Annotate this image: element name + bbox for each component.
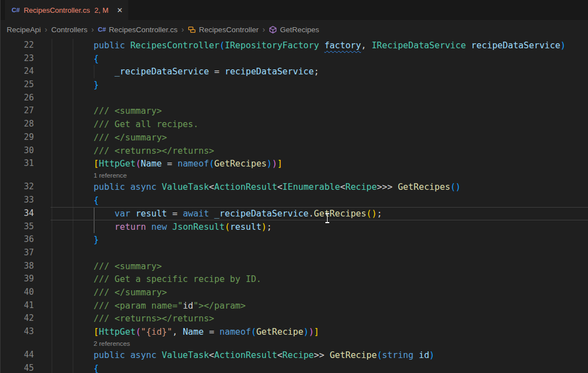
line-number[interactable]: 36 [1, 233, 34, 246]
code-line[interactable]: 43 [HttpGet("{id}", Name = nameof(GetRec… [1, 325, 588, 339]
chevron-right-icon: › [263, 25, 265, 34]
line-number[interactable]: 29 [1, 131, 34, 144]
code-text: /// </summary> [52, 131, 167, 144]
code-line[interactable]: 34 var result = await _recipeDataService… [1, 207, 588, 220]
code-text: public async ValueTask<ActionResult<IEnu… [52, 180, 461, 194]
class-symbol-icon [188, 26, 196, 34]
line-number[interactable]: 40 [1, 286, 34, 299]
code-text: /// <summary> [52, 260, 162, 273]
chevron-right-icon: › [182, 25, 184, 34]
codelens-reference[interactable]: 2 references [1, 339, 588, 349]
line-number[interactable]: 26 [1, 92, 34, 105]
line-number[interactable]: 42 [1, 312, 34, 325]
code-line[interactable]: 22 public RecipesController(IRepositoryF… [1, 39, 588, 52]
breadcrumb-label: RecipeApi [7, 26, 41, 34]
code-text: /// <param name="id"></param> [52, 299, 245, 312]
code-text: /// Get all recipes. [52, 118, 198, 131]
line-number[interactable]: 44 [1, 349, 34, 362]
line-number[interactable]: 28 [1, 118, 34, 131]
line-number[interactable]: 37 [1, 246, 34, 260]
line-number[interactable]: 27 [1, 104, 34, 118]
code-editor[interactable]: 22 public RecipesController(IRepositoryF… [1, 39, 588, 373]
code-line[interactable]: 38 /// <summary> [1, 260, 588, 273]
line-number[interactable]: 32 [1, 180, 34, 194]
tab-recipescontroller[interactable]: C# RecipesController.cs 2, M ✕ [5, 0, 128, 20]
line-number[interactable]: 22 [1, 39, 34, 52]
codelens-reference[interactable]: 1 reference [1, 170, 588, 181]
code-text: /// <summary> [52, 104, 162, 118]
code-line[interactable]: 35 return new JsonResult(result); [1, 220, 588, 234]
code-text: [HttpGet("{id}", Name = nameof(GetRecipe… [52, 325, 319, 339]
code-line[interactable]: 45 { [1, 362, 588, 373]
line-number[interactable]: 34 [1, 207, 34, 220]
breadcrumb-label: GetRecipes [280, 26, 319, 34]
breadcrumb-item-getrecipes[interactable]: GetRecipes [269, 26, 319, 34]
code-text: /// </summary> [52, 286, 167, 299]
code-text: { [52, 362, 99, 373]
code-line[interactable]: 36 } [1, 233, 588, 246]
code-line[interactable]: 29 /// </summary> [1, 131, 588, 144]
csharp-file-icon: C# [12, 6, 20, 14]
code-text: { [52, 194, 99, 207]
code-line[interactable]: 37 [1, 246, 588, 260]
csharp-file-icon: C# [98, 25, 106, 34]
code-line[interactable]: 41 /// <param name="id"></param> [1, 299, 588, 312]
line-number[interactable]: 43 [1, 325, 34, 339]
method-symbol-icon [269, 26, 277, 34]
code-line[interactable]: 26 [1, 92, 588, 105]
code-text: /// Get a specific recipe by ID. [52, 273, 262, 286]
breadcrumb: RecipeApi›Controllers›C#RecipesControlle… [1, 20, 588, 39]
chevron-right-icon: › [45, 25, 48, 34]
code-text: { [52, 52, 99, 65]
code-line[interactable]: 28 /// Get all recipes. [1, 118, 588, 131]
line-number[interactable]: 30 [1, 144, 34, 158]
code-text: public RecipesController(IRepositoryFact… [52, 39, 566, 52]
code-text: var result = await _recipeDataService.Ge… [52, 207, 382, 220]
line-number[interactable]: 31 [1, 157, 34, 170]
breadcrumb-item-recipescontroller[interactable]: RecipesController [188, 26, 258, 34]
code-line[interactable]: 30 /// <returns></returns> [1, 144, 588, 158]
code-text: } [52, 233, 99, 246]
code-line[interactable]: 31 [HttpGet(Name = nameof(GetRecipes))] [1, 157, 588, 170]
line-number[interactable]: 35 [1, 220, 34, 234]
code-line[interactable]: 27 /// <summary> [1, 104, 588, 118]
code-line[interactable]: 25 } [1, 78, 588, 92]
line-number[interactable]: 45 [1, 362, 34, 373]
code-line[interactable]: 39 /// Get a specific recipe by ID. [1, 273, 588, 286]
line-number[interactable]: 38 [1, 260, 34, 273]
line-number[interactable]: 33 [1, 194, 34, 207]
line-number[interactable]: 23 [1, 52, 34, 65]
code-text: } [52, 78, 99, 92]
vscode-window: C# RecipesController.cs 2, M ✕ RecipeApi… [0, 0, 588, 373]
tab-label: RecipesController.cs [24, 6, 90, 14]
chevron-right-icon: › [92, 25, 94, 34]
line-number[interactable]: 41 [1, 299, 34, 312]
code-text: /// <returns></returns> [52, 144, 214, 158]
breadcrumb-label: RecipesController [199, 26, 258, 34]
code-line[interactable]: 23 { [1, 52, 588, 65]
code-line[interactable]: 42 /// <returns></returns> [1, 312, 588, 325]
code-line[interactable]: 33 { [1, 194, 588, 207]
code-text: public async ValueTask<ActionResult<Reci… [52, 349, 435, 362]
code-line[interactable]: 32 public async ValueTask<ActionResult<I… [1, 180, 588, 194]
code-text: return new JsonResult(result); [52, 220, 272, 234]
breadcrumb-item-recipeapi[interactable]: RecipeApi [7, 26, 41, 34]
code-line[interactable]: 44 public async ValueTask<ActionResult<R… [1, 349, 588, 362]
code-text: _recipeDataService = recipeDataService; [52, 65, 319, 78]
code-text: [HttpGet(Name = nameof(GetRecipes))] [52, 157, 283, 170]
code-line[interactable]: 24 _recipeDataService = recipeDataServic… [1, 65, 588, 78]
breadcrumb-item-recipescontroller-cs[interactable]: C#RecipesController.cs [98, 25, 178, 34]
tab-status-badge: 2, M [94, 6, 108, 14]
breadcrumb-label: Controllers [51, 26, 87, 34]
line-number[interactable]: 25 [1, 78, 34, 92]
line-number[interactable]: 39 [1, 273, 34, 286]
code-text: /// <returns></returns> [52, 312, 214, 325]
code-line[interactable]: 40 /// </summary> [1, 286, 588, 299]
breadcrumb-item-controllers[interactable]: Controllers [51, 26, 87, 34]
close-icon[interactable]: ✕ [117, 6, 123, 14]
breadcrumb-label: RecipesController.cs [109, 26, 178, 34]
line-number[interactable]: 24 [1, 65, 34, 78]
tab-bar: C# RecipesController.cs 2, M ✕ [1, 0, 588, 20]
